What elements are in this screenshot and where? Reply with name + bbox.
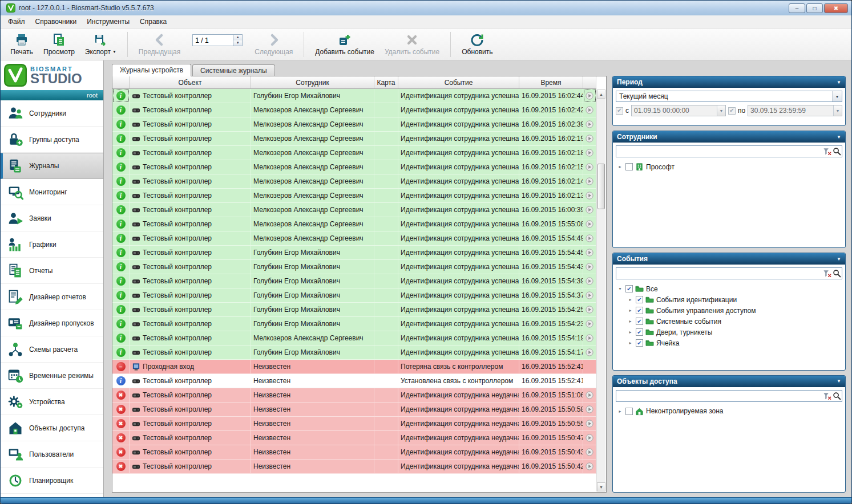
delete-event-button[interactable]: Удалить событие (381, 31, 443, 58)
tree-item[interactable]: ▸✔События управления доступом (617, 305, 841, 316)
search-icon[interactable] (832, 269, 842, 278)
sidebar-item-monitoring[interactable]: Мониторинг (1, 179, 103, 205)
tree-item[interactable]: ▾✔Все (617, 283, 841, 294)
table-row[interactable]: ✖Тестовый контроллерНеизвестенИдентифика… (112, 460, 596, 474)
add-event-button[interactable]: Добавить событие (311, 31, 378, 58)
play-icon[interactable] (586, 148, 593, 157)
export-button[interactable]: Экспорт▼ (81, 31, 120, 58)
access-objects-panel-header[interactable]: Объекты доступа ▼ (613, 376, 845, 387)
preview-button[interactable]: Просмотр (39, 31, 79, 58)
sidebar-item-schedules[interactable]: Графики (1, 231, 103, 258)
clear-filter-icon[interactable] (822, 147, 832, 156)
scrollbar-thumb[interactable] (597, 164, 605, 209)
minimize-button[interactable]: – (789, 3, 805, 13)
next-page-button[interactable]: Следующая (251, 31, 297, 58)
table-row[interactable]: iТестовый контроллерМелкозеров Александр… (112, 117, 596, 132)
table-row[interactable]: iТестовый контроллерГолубкин Егор Михайл… (112, 246, 596, 260)
play-icon[interactable] (586, 91, 593, 100)
sidebar-item-access-objects[interactable]: Объекты доступа (1, 415, 103, 441)
table-row[interactable]: iТестовый контроллерМелкозеров Александр… (112, 146, 596, 160)
period-panel-header[interactable]: Период ▼ (613, 76, 845, 88)
table-row[interactable]: iТестовый контроллерГолубкин Егор Михайл… (112, 317, 596, 331)
table-row[interactable]: ✖Тестовый контроллерНеизвестенИдентифика… (112, 445, 596, 460)
expander-right-icon[interactable]: ▸ (627, 319, 633, 324)
tab-device-journals[interactable]: Журналы устройств (112, 64, 191, 76)
menu-tools[interactable]: Инструменты (82, 16, 135, 27)
play-icon[interactable] (586, 105, 593, 115)
refresh-button[interactable]: Обновить (458, 31, 496, 58)
table-scrollbar[interactable]: ▲ ▼ (596, 90, 605, 491)
access-objects-search-input[interactable] (616, 391, 822, 401)
search-icon[interactable] (832, 147, 842, 156)
tree-checkbox[interactable]: ✔ (636, 296, 643, 303)
expander-right-icon[interactable]: ▸ (627, 297, 633, 302)
menu-file[interactable]: Файл (3, 16, 30, 27)
period-preset-select[interactable]: Текущий месяц ▼ (616, 91, 842, 102)
table-row[interactable]: ✖Тестовый контроллерНеизвестенИдентифика… (112, 431, 596, 445)
play-icon[interactable] (586, 120, 593, 129)
table-row[interactable]: iТестовый контроллерМелкозеров Александр… (112, 174, 596, 189)
scroll-down-icon[interactable]: ▼ (597, 482, 605, 491)
clear-filter-icon[interactable] (822, 269, 832, 278)
play-icon[interactable] (586, 433, 593, 442)
table-row[interactable]: iТестовый контроллерГолубкин Егор Михайл… (112, 260, 596, 274)
play-icon[interactable] (586, 334, 593, 343)
play-icon[interactable] (586, 448, 593, 457)
employees-panel-header[interactable]: Сотрудники ▼ (613, 131, 845, 143)
column-header-actions[interactable] (583, 76, 596, 88)
table-row[interactable]: iТестовый контроллерНеизвестенУстановлен… (112, 374, 596, 388)
table-row[interactable]: iТестовый контроллерГолубкин Егор Михайл… (112, 89, 596, 103)
spinner-up-icon[interactable]: ▲ (233, 35, 242, 40)
play-icon[interactable] (586, 319, 593, 328)
column-header-time[interactable]: Время (519, 76, 583, 88)
play-icon[interactable] (586, 462, 593, 471)
previous-page-button[interactable]: Предыдущая (135, 31, 184, 58)
play-icon[interactable] (586, 248, 593, 257)
table-row[interactable]: iТестовый контроллерМелкозеров Александр… (112, 189, 596, 203)
tree-checkbox[interactable] (625, 163, 633, 170)
table-row[interactable]: iТестовый контроллерМелкозеров Александр… (112, 103, 596, 117)
sidebar-item-access-groups[interactable]: Группы доступа (1, 127, 103, 153)
sidebar-item-requests[interactable]: Заявки (1, 205, 103, 231)
tree-item[interactable]: ▸Неконтролируемая зона (617, 406, 841, 417)
play-icon[interactable] (586, 220, 593, 229)
search-icon[interactable] (832, 392, 842, 400)
play-icon[interactable] (586, 205, 593, 214)
tree-checkbox[interactable]: ✔ (636, 307, 643, 314)
sidebar-item-report-designer[interactable]: Дизайнер отчетов (1, 284, 103, 310)
expander-down-icon[interactable]: ▾ (617, 286, 623, 291)
sidebar-item-users[interactable]: Пользователи (1, 441, 103, 468)
play-icon[interactable] (586, 162, 593, 172)
tab-system-journals[interactable]: Системные журналы (192, 64, 275, 76)
maximize-button[interactable]: □ (806, 3, 823, 13)
events-panel-header[interactable]: События ▼ (613, 253, 845, 265)
date-to-field[interactable]: 30.09.15 23:59:59 ▼ (748, 105, 842, 116)
date-to-checkbox[interactable]: ✔ (728, 107, 736, 115)
tree-item[interactable]: ▸✔События идентификации (617, 294, 841, 305)
table-row[interactable]: iТестовый контроллерМелкозеров Александр… (112, 132, 596, 146)
date-from-checkbox[interactable]: ✔ (616, 107, 623, 115)
play-icon[interactable] (586, 405, 593, 414)
play-icon[interactable] (586, 262, 593, 271)
expander-right-icon[interactable]: ▸ (627, 308, 633, 313)
play-icon[interactable] (586, 134, 593, 143)
tree-item[interactable]: ▸Прософт (617, 161, 841, 172)
sidebar-item-journals[interactable]: Журналы (1, 153, 103, 179)
play-icon[interactable] (586, 191, 593, 200)
close-button[interactable]: ✖ (824, 3, 848, 13)
expander-right-icon[interactable]: ▸ (627, 330, 633, 335)
sidebar-item-devices[interactable]: Устройства (1, 389, 103, 415)
sidebar-item-pass-designer[interactable]: Дизайнер пропусков (1, 310, 103, 336)
table-row[interactable]: ✖Тестовый контроллерНеизвестенИдентифика… (112, 403, 596, 417)
tree-item[interactable]: ▸✔Двери, турникеты (617, 327, 841, 338)
tree-checkbox[interactable]: ✔ (636, 339, 643, 347)
menu-help[interactable]: Справка (135, 16, 172, 27)
table-row[interactable]: iТестовый контроллерМелкозеров Александр… (112, 160, 596, 174)
play-icon[interactable] (586, 305, 593, 314)
events-search-input[interactable] (616, 268, 822, 279)
sidebar-item-time-modes[interactable]: Временные режимы (1, 363, 103, 389)
play-icon[interactable] (586, 348, 593, 357)
play-icon[interactable] (586, 177, 593, 186)
clear-filter-icon[interactable] (822, 392, 832, 400)
tree-checkbox[interactable]: ✔ (636, 318, 643, 325)
